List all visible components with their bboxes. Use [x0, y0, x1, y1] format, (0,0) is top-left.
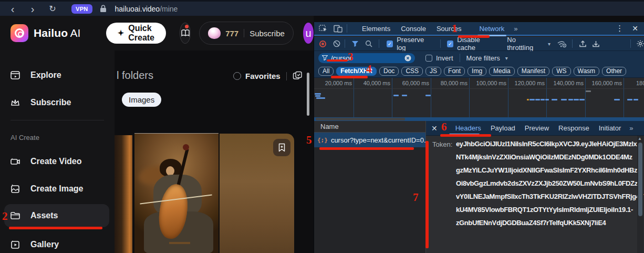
tutorial-button[interactable] — [180, 23, 191, 44]
clear-filter-icon[interactable] — [404, 55, 411, 62]
detail-tab-payload[interactable]: Payload — [491, 124, 515, 132]
annotation-step-5: 5 — [306, 135, 312, 146]
detail-tab-initiator[interactable]: Initiator — [599, 124, 621, 132]
detail-tab-response[interactable]: Response — [558, 124, 589, 132]
chip-js[interactable]: JS — [425, 67, 441, 76]
images-filter-chip[interactable]: Images — [122, 93, 161, 107]
chip-doc[interactable]: Doc — [379, 67, 399, 76]
detail-scrollbar[interactable]: ▲ — [637, 136, 643, 253]
asset-image-partial[interactable] — [115, 135, 132, 253]
url-host: hailuoai.video — [115, 5, 160, 13]
sidebar-item-create-video[interactable]: Create Video — [9, 156, 82, 167]
bookmark-save-button[interactable] — [273, 139, 290, 156]
tab-elements[interactable]: Elements — [362, 25, 390, 33]
invert-checkbox[interactable] — [425, 55, 432, 62]
search-icon[interactable] — [365, 40, 372, 47]
annotation-underline-headers — [440, 134, 491, 137]
sidebar-label: Create Video — [30, 157, 82, 166]
devtools-close-icon[interactable]: ✕ — [632, 24, 638, 33]
clear-network-log-icon[interactable] — [333, 40, 340, 47]
folders-title: l folders — [117, 69, 153, 82]
settings-gear-icon[interactable] — [636, 39, 644, 48]
tab-sources[interactable]: Sources — [437, 25, 462, 33]
requests-name-column-header[interactable]: Name — [314, 121, 425, 133]
chip-font[interactable]: Font — [444, 67, 465, 76]
detail-tab-preview[interactable]: Preview — [525, 124, 549, 132]
hailuo-logo[interactable]: HailuoAI — [11, 24, 81, 42]
quick-create-button[interactable]: ✦ Quick Create — [106, 23, 166, 44]
sidebar-label: Create Image — [30, 184, 84, 194]
asset-image-cellist[interactable] — [134, 133, 219, 253]
user-avatar[interactable]: u — [303, 23, 314, 44]
back-icon[interactable]: ‹ — [7, 4, 18, 14]
timeline-scrollbar-thumb[interactable] — [316, 118, 405, 120]
sidebar-item-subscribe[interactable]: Subscribe — [9, 97, 71, 108]
timeline-tick: 40,000 ms — [354, 80, 390, 86]
scroll-up-icon[interactable]: ▲ — [638, 136, 642, 141]
brand-name: HailuoAI — [34, 27, 81, 39]
chip-all[interactable]: All — [318, 67, 334, 76]
timeline-scrollbar[interactable] — [314, 117, 644, 121]
close-detail-icon[interactable]: ✕ — [431, 124, 438, 133]
timeline-tick: 100,000 ms — [470, 80, 506, 86]
subscribe-pill[interactable]: 777 Subscribe — [199, 22, 294, 45]
record-network-log-button[interactable] — [319, 41, 326, 47]
annotation-step-1: 1 — [452, 23, 458, 34]
multi-select-icon[interactable] — [293, 71, 303, 81]
annotation-step-7: 7 — [413, 192, 419, 203]
inspect-element-icon[interactable] — [319, 25, 328, 33]
tab-network[interactable]: Network — [480, 25, 505, 33]
chip-other[interactable]: Other — [602, 67, 626, 76]
throttling-select[interactable]: No throttling — [507, 36, 543, 52]
folders-header-row: l folders Favorites — [117, 69, 306, 82]
forward-icon[interactable]: › — [27, 4, 38, 14]
chip-wasm[interactable]: Wasm — [574, 67, 600, 76]
export-har-icon[interactable] — [592, 40, 600, 48]
chevron-down-icon[interactable]: ▾ — [505, 55, 508, 61]
headers-content: Token: eyJhbGciOiJIUzI1NiIsInR5cCI6IkpXV… — [426, 136, 644, 253]
detail-scrollbar-thumb[interactable] — [638, 143, 642, 216]
devtools-menu-icon[interactable]: ⋮ — [616, 24, 624, 33]
tab-console[interactable]: Console — [401, 25, 426, 33]
chip-img[interactable]: Img — [468, 67, 486, 76]
annotation-step-6: 6 — [441, 122, 447, 133]
preserve-log-checkbox[interactable]: ✓ — [387, 41, 393, 47]
network-conditions-icon[interactable] — [557, 40, 567, 48]
more-tabs-icon[interactable]: » — [514, 25, 517, 33]
bookmark-plus-icon — [277, 143, 286, 152]
chevron-down-icon[interactable]: ▾ — [548, 41, 550, 47]
disable-cache-checkbox[interactable]: ✓ — [447, 41, 454, 47]
preserve-log-label: Preserve log — [397, 36, 434, 52]
filter-toggle-icon[interactable] — [351, 41, 359, 47]
vpn-extension-badge[interactable]: VPN — [71, 4, 92, 14]
chip-ws[interactable]: WS — [552, 67, 570, 76]
device-toolbar-icon[interactable] — [334, 25, 342, 33]
annotation-underline-fetch-xhr — [331, 76, 368, 78]
request-row-cursor[interactable]: {;} cursor?type=next&currentID=0... — [314, 133, 425, 147]
sidebar-item-explore[interactable]: Explore — [9, 69, 61, 81]
credits-count: 777 — [225, 29, 238, 38]
detail-tab-headers[interactable]: Headers — [455, 124, 481, 132]
gallery-icon — [9, 239, 21, 250]
sidebar-item-assets[interactable]: Assets — [9, 210, 58, 221]
refresh-icon[interactable]: ↻ — [47, 4, 58, 14]
favorites-checkbox[interactable] — [233, 72, 241, 80]
lock-icon[interactable] — [100, 5, 107, 13]
chip-manifest[interactable]: Manifest — [517, 67, 549, 76]
network-overview-timeline[interactable]: 20,000 ms 40,000 ms 60,000 ms 80,000 ms … — [314, 78, 644, 117]
more-filters-label[interactable]: More filters — [466, 54, 500, 62]
annotation-step-2: 2 — [2, 211, 8, 222]
timeline-tick: 140,000 ms — [547, 80, 584, 86]
content-scrollbar[interactable] — [307, 73, 309, 116]
favorites-filter[interactable]: Favorites — [233, 71, 303, 81]
more-detail-tabs-icon[interactable]: » — [629, 124, 632, 132]
chip-css[interactable]: CSS — [401, 67, 423, 76]
import-har-icon[interactable] — [579, 40, 587, 48]
sidebar-item-gallery[interactable]: Gallery — [9, 239, 59, 250]
divider — [379, 39, 379, 48]
url-field[interactable]: hailuoai.video/mine — [115, 5, 178, 13]
sidebar-divider — [11, 120, 104, 120]
chip-media[interactable]: Media — [489, 67, 515, 76]
sidebar-item-create-image[interactable]: Create Image — [9, 183, 84, 195]
sidebar-label: Assets — [30, 211, 58, 220]
